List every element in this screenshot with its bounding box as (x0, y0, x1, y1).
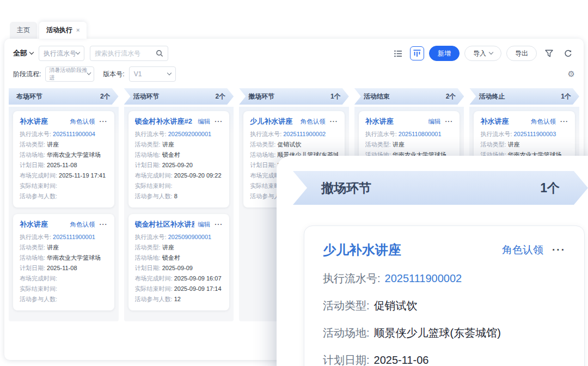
scope-dropdown[interactable]: 全部 (13, 48, 33, 58)
field-label: 活动类型: (480, 141, 506, 148)
more-actions-icon[interactable]: ··· (100, 118, 108, 125)
tab-home[interactable]: 主页 (10, 22, 37, 39)
kanban-column: 活动环节2个锁金村补水讲座#2编辑···执行流水号:2025092000001活… (124, 88, 234, 321)
field-label: 活动类型: (365, 141, 391, 148)
field-label: 活动类型: (135, 244, 161, 251)
list-view-button[interactable] (391, 46, 405, 60)
field-label: 计划日期: (250, 162, 275, 168)
activity-execution-page: 主页 活动执行 × 全部 执行流水号 (0, 0, 588, 366)
field-value: 锁金村 (162, 151, 180, 158)
field-value: 12 (174, 296, 181, 302)
card-field-row: 执行流水号:2025111900002 (323, 271, 566, 286)
card-field-row: 布场完成时间:2025-09-09 16:07 (135, 273, 223, 284)
version-select[interactable]: V1 (129, 66, 176, 82)
kanban-card[interactable]: 锁金村社区补水讲座编辑···执行流水号:2025090900001活动类型:讲座… (128, 214, 230, 310)
field-label: 活动场地: (323, 327, 370, 339)
kanban-card[interactable]: 锁金村补水讲座#2编辑···执行流水号:2025092000001活动类型:讲座… (128, 111, 230, 208)
field-label: 计划日期: (20, 265, 45, 271)
search-box (90, 46, 168, 61)
claim-role-link[interactable]: 角色认领 (301, 118, 326, 126)
column-count: 2个 (446, 92, 456, 101)
card-field-row: 活动参与人数:12 (135, 294, 223, 304)
field-label: 活动参与人数: (20, 193, 57, 199)
field-label: 计划日期: (135, 265, 161, 271)
more-actions-icon[interactable]: ··· (215, 118, 223, 125)
gear-icon[interactable]: ⚙ (568, 69, 575, 79)
card-field-row: 活动参与人数:8 (135, 191, 223, 202)
edit-link[interactable]: 编辑 (198, 118, 210, 126)
edit-link[interactable]: 编辑 (428, 118, 440, 126)
more-actions-icon[interactable]: ··· (552, 244, 566, 256)
tab-close-icon[interactable]: × (76, 27, 79, 33)
field-label: 活动参与人数: (135, 296, 173, 302)
more-actions-icon[interactable]: ··· (330, 118, 338, 125)
field-label: 活动类型: (20, 244, 45, 251)
card-title[interactable]: 补水讲座 (365, 117, 425, 126)
overlay-claim-role-link[interactable]: 角色认领 (502, 243, 543, 257)
field-label: 活动场地: (135, 254, 161, 261)
column-title: 撤场环节 (248, 92, 274, 101)
field-label: 布场完成时间: (20, 275, 57, 282)
add-button[interactable]: 新增 (429, 46, 460, 61)
more-actions-icon[interactable]: ··· (445, 118, 453, 125)
export-button[interactable]: 导出 (506, 46, 537, 61)
claim-role-link[interactable]: 角色认领 (70, 221, 95, 229)
field-value: 华南农业大学篮球场 (47, 254, 101, 261)
kanban-card[interactable]: 补水讲座角色认领···执行流水号:2025111900004活动类型:讲座活动场… (13, 111, 114, 208)
card-header: 补水讲座角色认领··· (20, 117, 108, 126)
tab-activity-execution[interactable]: 活动执行 × (39, 22, 87, 39)
field-label: 活动类型: (135, 141, 161, 148)
claim-role-link[interactable]: 角色认领 (531, 118, 556, 126)
card-title[interactable]: 少儿补水讲座 (250, 117, 297, 126)
field-value: 讲座 (47, 244, 59, 251)
version-label: 版本号: (103, 70, 124, 79)
field-label: 布场完成时间: (135, 172, 173, 179)
magnifier-overlay: 撤场环节 1个 少儿补水讲座 角色认领 ··· 执行流水号:2025111900… (277, 156, 588, 366)
field-value: 2025-09-09 17:14 (174, 285, 222, 292)
filter-icon[interactable] (542, 46, 556, 60)
more-actions-icon[interactable]: ··· (100, 221, 108, 228)
more-actions-icon[interactable]: ··· (560, 118, 568, 125)
tab-bar: 主页 活动执行 × (0, 0, 588, 39)
chevron-down-icon (489, 50, 493, 54)
card-field-row: 活动类型:讲座 (135, 242, 223, 253)
card-title[interactable]: 补水讲座 (480, 117, 528, 126)
claim-role-link[interactable]: 角色认领 (70, 118, 95, 126)
edit-link[interactable]: 编辑 (198, 221, 210, 229)
field-label: 活动场地: (20, 151, 45, 158)
card-title[interactable]: 锁金村社区补水讲座 (135, 219, 195, 229)
tab-home-label: 主页 (17, 26, 30, 35)
search-icon[interactable] (151, 46, 168, 60)
field-label: 执行流水号: (20, 131, 51, 137)
search-input[interactable] (90, 50, 151, 57)
field-value: 2025092000001 (168, 131, 212, 137)
card-header: 补水讲座编辑··· (365, 117, 454, 126)
more-actions-icon[interactable]: ··· (215, 221, 223, 228)
stage-flow-select[interactable]: 消暑活动阶段推进 (45, 66, 94, 82)
column-header: 布场环节2个 (9, 88, 119, 105)
card-header: 补水讲座角色认领··· (480, 117, 568, 126)
column-title: 布场环节 (16, 92, 42, 101)
card-field-row: 活动场地:顺景侠少儿篮球(东荟城馆) (323, 326, 566, 340)
card-field-row: 执行流水号:2025090900001 (135, 232, 223, 242)
field-label: 活动场地: (250, 151, 275, 158)
card-title[interactable]: 补水讲座 (20, 219, 67, 229)
kanban-view-button[interactable] (410, 46, 424, 60)
field-label: 活动参与人数: (135, 193, 173, 199)
refresh-icon[interactable] (561, 46, 575, 60)
field-label: 执行流水号: (135, 234, 167, 240)
card-title[interactable]: 补水讲座 (20, 117, 67, 126)
overlay-card[interactable]: 少儿补水讲座 角色认领 ··· 执行流水号:2025111900002活动类型:… (304, 225, 585, 366)
card-field-row: 活动类型:讲座 (20, 242, 108, 253)
import-button[interactable]: 导入 (464, 46, 501, 61)
field-label: 计划日期: (135, 162, 161, 168)
overlay-card-title[interactable]: 少儿补水讲座 (323, 241, 502, 259)
card-field-row: 活动类型:讲座 (20, 139, 108, 150)
field-value: 2025-09-20 09:22 (174, 172, 222, 179)
card-title[interactable]: 锁金村补水讲座#2 (135, 117, 195, 126)
card-field-row: 计划日期:2025-11-08 (20, 263, 108, 273)
search-field-select[interactable]: 执行流水号 (39, 46, 84, 61)
card-field-row: 活动场地:锁金村 (135, 253, 223, 263)
field-label: 活动类型: (20, 141, 45, 148)
kanban-card[interactable]: 补水讲座角色认领···执行流水号:2025111900001活动类型:讲座活动场… (13, 214, 114, 310)
